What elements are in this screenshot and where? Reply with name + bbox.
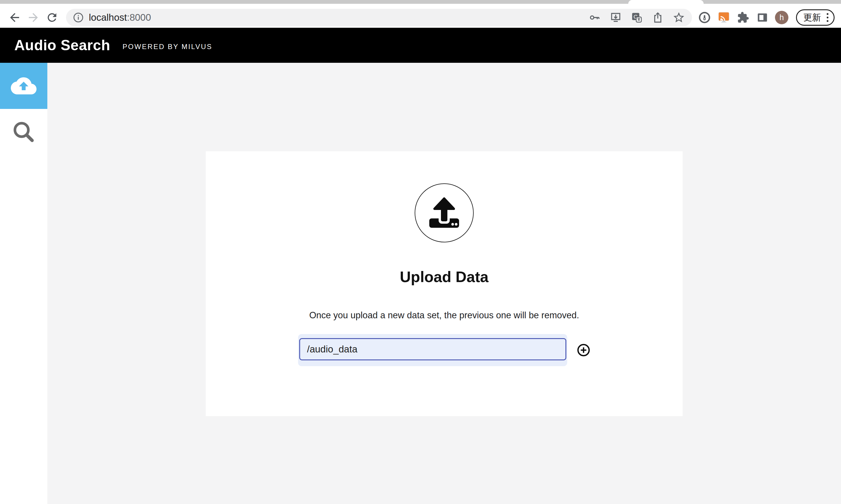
sidebar [0,63,47,504]
profile-avatar[interactable]: h [775,11,788,24]
path-input-row [298,334,591,366]
forward-button[interactable] [26,10,41,25]
update-label: 更新 [803,12,821,24]
password-manager-extension-button[interactable] [698,11,711,24]
back-icon [8,11,21,24]
panel-description: Once you upload a new data set, the prev… [309,310,579,321]
panel-title: Upload Data [400,268,488,286]
share-button[interactable] [651,11,665,24]
key-icon [589,12,601,24]
extensions-row: h 更新 [698,10,837,26]
translate-button[interactable]: G [630,11,644,24]
address-bar[interactable]: localhost:8000 G [66,9,692,26]
url-host: localhost [89,12,127,23]
password-key-button[interactable] [588,11,601,24]
reload-icon [46,11,58,24]
upload-card: Upload Data Once you upload a new data s… [206,151,683,416]
browser-window: localhost:8000 G [0,0,841,504]
keyhole-circle-icon [698,11,711,24]
app-subtitle: POWERED BY MILVUS [122,40,212,51]
browser-toolbar: localhost:8000 G [0,4,841,28]
site-info-icon[interactable] [72,12,84,23]
side-panel-icon [756,12,769,24]
url-port: :8000 [127,12,151,23]
upload-tray-icon [424,194,465,235]
extensions-puzzle-button[interactable] [736,11,750,24]
puzzle-icon [737,12,749,24]
upload-badge [415,183,474,242]
sidebar-item-search[interactable] [0,109,47,155]
search-icon [13,121,34,143]
content-area: Upload Data Once you upload a new data s… [47,63,841,504]
cloud-upload-icon [11,76,36,95]
star-icon [672,11,685,24]
share-icon [652,12,664,24]
upload-submit-button[interactable] [577,343,591,357]
avatar-initial: h [779,13,784,22]
back-button[interactable] [7,10,22,25]
install-icon [610,12,622,24]
side-panel-button[interactable] [756,11,769,24]
install-app-button[interactable] [609,11,623,24]
sidebar-item-upload[interactable] [0,63,47,109]
rss-screen-icon [717,11,731,24]
active-tab-top[interactable] [628,0,704,4]
translate-icon: G [631,12,643,24]
chrome-update-button[interactable]: 更新 [796,10,835,26]
screen-cast-extension-button[interactable] [717,11,731,24]
tab-strip [0,0,841,4]
url-text: localhost:8000 [89,12,588,23]
app-header: Audio Search POWERED BY MILVUS [0,28,841,63]
app-title: Audio Search [14,37,110,54]
reload-button[interactable] [45,10,59,25]
plus-circle-icon [577,343,590,357]
path-input-halo [298,334,567,366]
forward-icon [27,11,40,24]
data-path-input[interactable] [299,338,566,360]
main-area: Upload Data Once you upload a new data s… [0,63,841,504]
menu-dots-icon[interactable] [825,12,829,23]
bookmark-star-button[interactable] [672,11,685,24]
